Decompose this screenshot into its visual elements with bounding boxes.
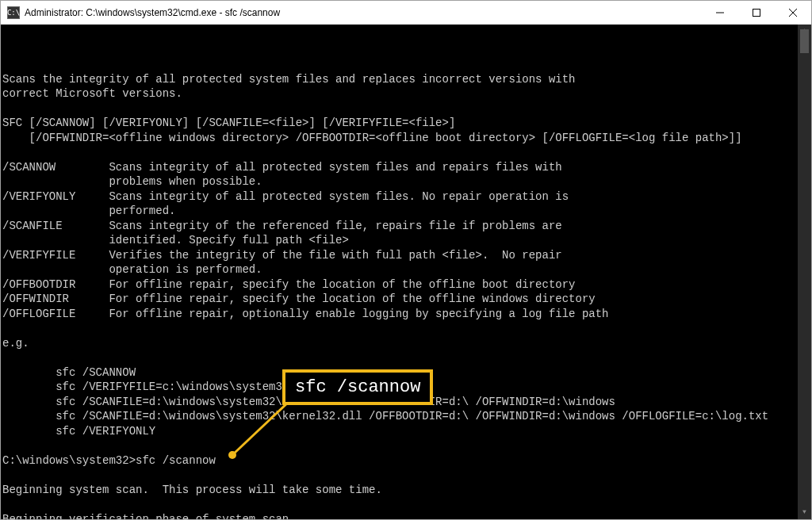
scroll-thumb[interactable] — [800, 29, 809, 53]
terminal-output[interactable]: Scans the integrity of all protected sys… — [1, 25, 811, 519]
scrollbar[interactable]: ▲ ▼ — [798, 25, 811, 519]
annotation-callout: sfc /scannow — [282, 369, 433, 405]
svg-rect-0 — [753, 9, 760, 16]
scroll-down-arrow[interactable]: ▼ — [798, 506, 811, 519]
command-prompt-window: C:\ Administrator: C:\windows\system32\c… — [0, 0, 812, 520]
window-controls — [702, 1, 811, 24]
minimize-button[interactable] — [702, 1, 738, 24]
cmd-icon: C:\ — [7, 6, 20, 19]
maximize-button[interactable] — [738, 1, 775, 24]
window-title: Administrator: C:\windows\system32\cmd.e… — [25, 7, 702, 18]
titlebar[interactable]: C:\ Administrator: C:\windows\system32\c… — [1, 1, 811, 25]
close-button[interactable] — [775, 1, 811, 24]
terminal-text: Scans the integrity of all protected sys… — [2, 57, 811, 519]
callout-text: sfc /scannow — [295, 377, 420, 397]
